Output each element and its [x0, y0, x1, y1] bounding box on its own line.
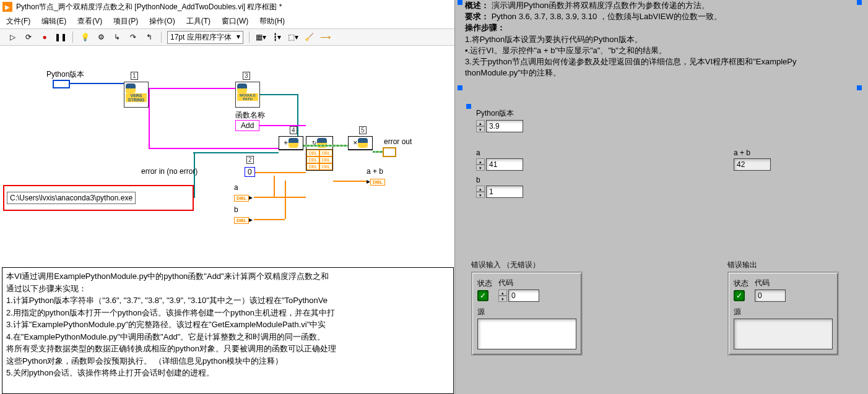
distribute-icon[interactable]: ┇▾ [271, 31, 284, 43]
spin-up[interactable]: ▴ [476, 158, 485, 165]
version-control-terminal[interactable] [53, 80, 70, 88]
b-terminal[interactable]: DBL▸ [234, 215, 253, 224]
node-index-1: 1 [131, 72, 138, 80]
selection-handle[interactable] [458, 0, 462, 5]
reorder-icon[interactable]: ⬚▾ [287, 31, 300, 43]
spin-up[interactable]: ▴ [476, 120, 485, 126]
numeric-constant[interactable]: 0 [245, 167, 255, 177]
spin-up[interactable]: ▴ [498, 289, 507, 296]
menu-help[interactable]: 帮助(H) [259, 16, 285, 27]
menu-bar: 文件(F) 编辑(E) 查看(V) 项目(P) 操作(O) 工具(T) 窗口(W… [0, 14, 454, 28]
b-input[interactable] [486, 186, 523, 198]
error-out-source [734, 319, 833, 349]
spin-up[interactable]: ▴ [476, 186, 485, 192]
menu-window[interactable]: 窗口(W) [222, 16, 248, 27]
node-index-3: 3 [243, 72, 250, 80]
search-icon[interactable]: ⟶ [319, 31, 332, 43]
block-diagram-canvas[interactable]: Python版本 1 VERS STRING 3 MODULE PATH 函数名… [0, 46, 454, 258]
node-index-2: 2 [246, 156, 254, 164]
python-version-label: Python版本 [476, 108, 523, 119]
aplusb-indicator: a + b 42 [734, 148, 771, 171]
python-close-session-node[interactable]: ✕ [348, 136, 373, 150]
status-led-in[interactable]: ✓ [477, 290, 488, 301]
window-title: Python节点_两个双精度浮点数之和 [PythonNode_AddTwoDo… [16, 2, 282, 12]
pause-button[interactable]: ❚❚ [54, 31, 67, 43]
b-label: b [234, 205, 238, 214]
aplusb-display: 42 [734, 158, 771, 171]
error-in-label: error in (no error) [141, 167, 197, 176]
error-out-cluster: 错误输出 状态 ✓ 代码 0 源 [727, 260, 839, 356]
a-input[interactable] [486, 158, 523, 171]
python-icon [289, 138, 298, 148]
align-icon[interactable]: ▦▾ [255, 31, 267, 43]
error-out-label: 错误输出 [727, 260, 839, 270]
a-label: a [234, 183, 238, 192]
version-subvi[interactable]: VERS STRING [124, 82, 149, 108]
python-version-input[interactable] [486, 120, 523, 132]
error-out-code: 0 [755, 289, 786, 302]
selection-handle[interactable] [458, 85, 462, 90]
title-bar: ▶ Python节点_两个双精度浮点数之和 [PythonNode_AddTwo… [0, 0, 454, 14]
error-in-label: 错误输入 （无错误） [471, 260, 583, 270]
front-panel[interactable]: 概述： 演示调用Python函数并将双精度浮点数作为参数传递的方法。 要求： P… [455, 0, 868, 394]
module-path-subvi[interactable]: MODULE PATH [235, 82, 260, 108]
menu-operate[interactable]: 操作(O) [149, 16, 175, 27]
error-in-cluster: 错误输入 （无错误） 状态 ✓ 代码 ▴▾ 源 [471, 260, 583, 356]
description-box: 本VI通过调用ExamplePythonModule.py中的python函数"… [2, 267, 454, 394]
b-control: b ▴▾ [476, 176, 523, 198]
python-exe-path-highlight: C:\Users\lvxis\anaconda3\python.exe [3, 185, 194, 211]
python-icon [237, 84, 247, 93]
python-version-control: Python版本 ▴▾ [476, 108, 523, 132]
node-index-4: 4 [290, 126, 297, 134]
spin-down[interactable]: ▾ [476, 192, 485, 198]
func-name-constant[interactable]: Add [235, 120, 259, 131]
step-over-icon[interactable]: ↷ [127, 31, 139, 43]
python-open-session-node[interactable]: ✳ [279, 136, 303, 150]
error-out-terminal[interactable] [383, 147, 396, 157]
python-version-label: Python版本 [46, 69, 84, 80]
menu-file[interactable]: 文件(F) [6, 16, 30, 27]
run-button[interactable]: ▷ [6, 31, 19, 43]
aplusb-label: a + b [734, 148, 771, 157]
menu-edit[interactable]: 编辑(E) [41, 16, 66, 27]
app-icon: ▶ [2, 2, 12, 12]
error-in-source[interactable] [477, 319, 576, 349]
python-exe-path-constant[interactable]: C:\Users\lvxis\anaconda3\python.exe [7, 192, 136, 204]
menu-project[interactable]: 项目(P) [113, 16, 138, 27]
highlight-exec-icon[interactable]: 💡 [79, 31, 91, 43]
error-out-label: error out [384, 137, 412, 146]
aplusb-out-label: a + b [367, 167, 383, 176]
b-label: b [476, 176, 523, 184]
spin-down[interactable]: ▾ [476, 165, 485, 171]
node-index-5: 5 [359, 126, 367, 134]
toolbar: ▷ ⟳ ● ❚❚ 💡 ⚙ ↳ ↷ ↰ 17pt 应用程序字体 ▦▾ ┇▾ ⬚▾ … [0, 28, 454, 46]
error-in-code-input[interactable] [508, 289, 539, 302]
status-led-out: ✓ [734, 290, 745, 301]
description-text[interactable]: 概述： 演示调用Python函数并将双精度浮点数作为参数传递的方法。 要求： P… [465, 0, 861, 79]
menu-tools[interactable]: 工具(T) [186, 16, 210, 27]
step-into-icon[interactable]: ↳ [111, 31, 123, 43]
spin-down[interactable]: ▾ [476, 126, 485, 132]
a-label: a [476, 148, 523, 157]
a-terminal[interactable]: DBL▸ [234, 193, 253, 202]
python-call-node[interactable]: ↻ DBLDBL DBLDBL DBLDBL [306, 136, 333, 171]
font-select[interactable]: 17pt 应用程序字体 [167, 31, 243, 44]
python-icon [126, 84, 136, 93]
selection-handle[interactable] [466, 104, 471, 109]
selection-handle[interactable] [857, 85, 862, 90]
func-name-label: 函数名称 [235, 110, 265, 121]
aplusb-terminal[interactable]: ▸DBL [367, 177, 385, 186]
run-continuous-button[interactable]: ⟳ [22, 31, 35, 43]
step-out-icon[interactable]: ↰ [143, 31, 155, 43]
spin-down[interactable]: ▾ [498, 296, 507, 302]
retain-wire-icon[interactable]: ⚙ [95, 31, 107, 43]
cleanup-icon[interactable]: 🧹 [303, 31, 316, 43]
abort-button[interactable]: ● [38, 31, 51, 43]
menu-view[interactable]: 查看(V) [77, 16, 102, 27]
python-icon [358, 138, 368, 148]
a-control: a ▴▾ [476, 148, 523, 171]
